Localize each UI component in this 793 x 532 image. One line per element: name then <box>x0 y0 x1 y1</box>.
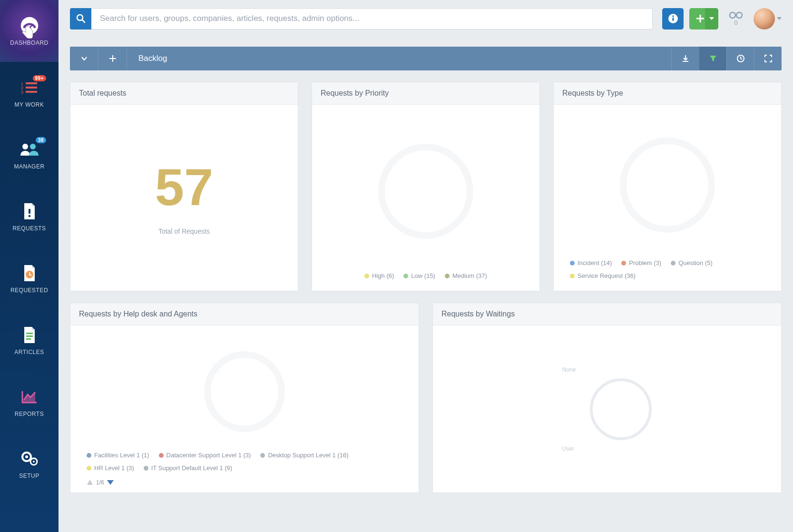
legend-dot <box>570 274 575 278</box>
pagebar-clock-button[interactable] <box>726 47 754 70</box>
search-button[interactable] <box>70 8 91 30</box>
pagebar-download-button[interactable] <box>671 47 699 70</box>
legend-item: Datacenter Support Level 1 (3) <box>159 452 251 459</box>
pagebar-filter-button[interactable] <box>699 47 726 70</box>
legend-item: Incident (14) <box>570 259 612 266</box>
legend-priority: High (6) Low (15) Medium (37) <box>358 268 494 287</box>
svg-rect-11 <box>29 209 30 214</box>
svg-rect-17 <box>26 335 33 337</box>
sidebar-item-reports[interactable]: REPORTS <box>0 371 59 433</box>
dashboard-grid: Total requests 57 Total of Requests Requ… <box>59 70 793 504</box>
main: 0 Backlog <box>59 0 793 532</box>
axis-label: None <box>562 366 576 373</box>
legend-dot <box>364 274 369 278</box>
legend-item: Low (15) <box>403 272 435 279</box>
fullscreen-icon <box>764 54 773 63</box>
svg-rect-8 <box>26 91 37 93</box>
total-requests-caption: Total of Requests <box>158 227 210 235</box>
file-alert-icon <box>20 201 39 221</box>
goggles-icon <box>728 11 744 19</box>
pagebar-fullscreen-button[interactable] <box>754 47 782 70</box>
card-requests-by-type: Requests by Type Incident (14) Problem (… <box>553 82 782 291</box>
sidebar-item-label: REQUESTS <box>12 225 46 232</box>
svg-point-10 <box>30 144 36 149</box>
card-title: Requests by Priority <box>312 82 539 105</box>
legend-item: Facilities Level 1 (1) <box>87 452 149 459</box>
svg-point-31 <box>736 12 742 18</box>
sidebar-item-label: ARTICLES <box>14 349 44 355</box>
legend-pager[interactable]: 1/6 <box>80 479 120 493</box>
topbar: 0 <box>59 0 793 37</box>
axis-label: User <box>562 445 576 452</box>
card-requests-by-priority: Requests by Priority High (6) Low (15) M… <box>312 82 540 291</box>
plus-icon <box>109 55 117 62</box>
user-menu[interactable] <box>754 8 782 30</box>
cogs-icon <box>20 449 39 469</box>
clock-icon <box>736 54 745 63</box>
search-input[interactable] <box>91 8 653 30</box>
sidebar-item-articles[interactable]: ARTICLES <box>0 309 59 371</box>
triangle-down-icon <box>107 480 114 485</box>
svg-point-20 <box>25 455 28 458</box>
pagebar-collapse-button[interactable] <box>70 47 98 70</box>
legend-item: Service Request (36) <box>570 272 636 279</box>
legend-item: High (6) <box>364 272 394 279</box>
svg-rect-18 <box>26 338 31 340</box>
incognito-count: 0 <box>734 19 737 26</box>
svg-rect-34 <box>109 58 116 59</box>
svg-point-27 <box>672 15 674 17</box>
avatar <box>754 8 775 30</box>
legend-item: Desktop Support Level 1 (16) <box>260 452 348 459</box>
info-icon <box>668 13 678 24</box>
svg-rect-6 <box>26 87 37 89</box>
legend-item: IT Support Default Level 1 (9) <box>144 464 232 472</box>
pager-text: 1/6 <box>96 479 104 486</box>
incognito-toggle[interactable]: 0 <box>724 11 748 26</box>
total-requests-value: 57 <box>155 161 213 213</box>
legend-dot <box>671 261 676 266</box>
add-dropdown-caret[interactable] <box>705 8 718 30</box>
donut-chart-placeholder <box>204 351 285 432</box>
svg-line-24 <box>82 20 85 22</box>
svg-rect-29 <box>696 18 704 20</box>
svg-point-22 <box>33 461 35 463</box>
sidebar-item-setup[interactable]: SETUP <box>0 433 59 495</box>
hand-cursor-icon <box>21 25 34 40</box>
plus-icon <box>695 14 705 23</box>
filter-icon <box>709 54 717 63</box>
card-total-requests: Total requests 57 Total of Requests <box>70 82 298 291</box>
info-button[interactable] <box>662 8 684 30</box>
sidebar-item-requested[interactable]: REQUESTED <box>0 247 59 309</box>
legend-dot <box>87 466 91 471</box>
sidebar-item-label: MANAGER <box>14 163 44 170</box>
legend-dot <box>159 453 164 458</box>
donut-chart-placeholder <box>378 144 473 239</box>
svg-rect-16 <box>26 333 33 334</box>
legend-dot <box>621 261 626 266</box>
svg-text:3: 3 <box>21 90 24 94</box>
legend-dot <box>570 261 575 266</box>
sidebar-item-dashboard[interactable]: DASHBOARD <box>0 0 59 62</box>
legend-item: Question (5) <box>671 259 713 266</box>
legend-agents: Facilities Level 1 (1) Datacenter Suppor… <box>80 448 409 479</box>
badge: 99+ <box>33 75 46 81</box>
legend-item: HR Level 1 (3) <box>87 464 134 472</box>
page-title: Backlog <box>127 54 671 63</box>
pagebar-add-button[interactable] <box>98 47 127 70</box>
caret-down-icon <box>709 17 714 20</box>
card-title: Requests by Waitings <box>433 303 781 325</box>
legend-type: Incident (14) Problem (3) Question (5) S… <box>563 256 772 287</box>
sidebar-item-label: REPORTS <box>15 411 44 417</box>
warning-icon <box>87 479 93 486</box>
sidebar-item-requests[interactable]: REQUESTS <box>0 186 59 247</box>
sidebar-item-mywork[interactable]: 123 99+ MY WORK <box>0 62 59 124</box>
legend-dot <box>87 453 91 458</box>
legend-dot <box>403 274 408 278</box>
sidebar-item-manager[interactable]: 38 MANAGER <box>0 124 59 186</box>
card-requests-by-waitings: Requests by Waitings None User <box>432 303 782 493</box>
sidebar: DASHBOARD 123 99+ MY WORK 38 MANAGER REQ… <box>0 0 59 532</box>
search-icon <box>76 14 86 23</box>
legend-item: Medium (37) <box>445 272 487 279</box>
badge: 38 <box>36 137 46 143</box>
svg-rect-26 <box>672 18 674 21</box>
